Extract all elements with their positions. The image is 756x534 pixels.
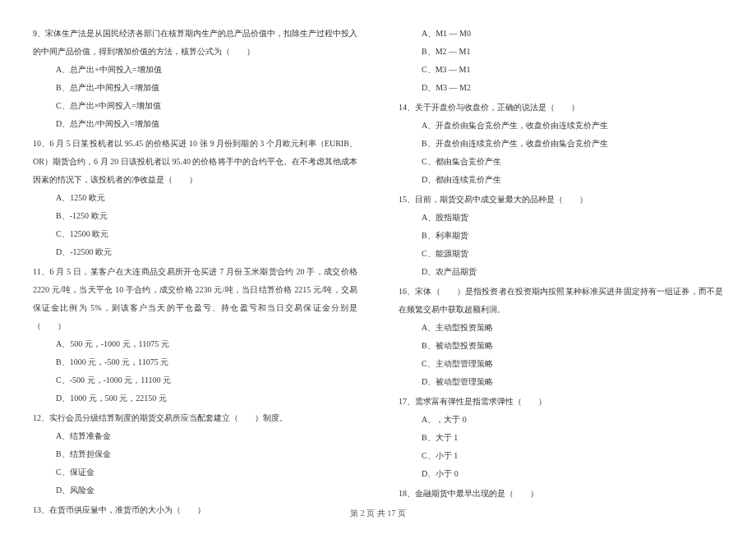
q18-text: 18、金融期货中最早出现的是（ ） bbox=[399, 485, 723, 503]
q14-option-c: C、都由集合竞价产生 bbox=[399, 153, 723, 171]
question-10: 10、6 月 5 日某投机者以 95.45 的价格买进 10 张 9 月份到期的… bbox=[33, 135, 357, 261]
q16-option-c: C、主动型管理策略 bbox=[399, 355, 723, 373]
q15-option-b: B、利率期货 bbox=[399, 227, 723, 245]
q10-option-b: B、-1250 欧元 bbox=[33, 207, 357, 225]
question-12: 12、实行会员分级结算制度的期货交易所应当配套建立（ ）制度。 A、结算准备金 … bbox=[33, 409, 357, 499]
q10-text: 10、6 月 5 日某投机者以 95.45 的价格买进 10 张 9 月份到期的… bbox=[33, 135, 357, 189]
page-footer: 第 2 页 共 17 页 bbox=[0, 508, 756, 519]
question-11: 11、6 月 5 日，某客户在大连商品交易所开仓买进 7 月份玉米期货合约 20… bbox=[33, 263, 357, 407]
q12-text: 12、实行会员分级结算制度的期货交易所应当配套建立（ ）制度。 bbox=[33, 409, 357, 427]
q16-text: 16、宋体（ ）是指投资者在投资期内按照某种标准买进并固定持有一组证券，而不是在… bbox=[399, 283, 723, 319]
q9-option-d: D、总产出/中间投入=增加值 bbox=[33, 115, 357, 133]
q13-option-a: A、M1 — M0 bbox=[399, 25, 723, 43]
q12-option-b: B、结算担保金 bbox=[33, 445, 357, 463]
q17-option-a: A、，大于 0 bbox=[399, 411, 723, 429]
q14-option-b: B、开盘价由连续竞价产生，收盘价由集合竞价产生 bbox=[399, 135, 723, 153]
q17-option-c: C、小于 1 bbox=[399, 447, 723, 465]
q11-option-a: A、500 元，-1000 元，11075 元 bbox=[33, 335, 357, 353]
q10-option-d: D、-12500 欧元 bbox=[33, 243, 357, 261]
q15-option-c: C、能源期货 bbox=[399, 245, 723, 263]
q17-text: 17、需求富有弹性是指需求弹性（ ） bbox=[399, 393, 723, 411]
left-column: 9、宋体生产法是从国民经济各部门在核算期内生产的总产品价值中，扣除生产过程中投入… bbox=[33, 25, 357, 521]
q12-option-a: A、结算准备金 bbox=[33, 427, 357, 445]
q11-text: 11、6 月 5 日，某客户在大连商品交易所开仓买进 7 月份玉米期货合约 20… bbox=[33, 263, 357, 335]
q13-option-c: C、M3 — M1 bbox=[399, 61, 723, 79]
q9-option-c: C、总产出×中间投入=增加值 bbox=[33, 97, 357, 115]
q16-option-d: D、被动型管理策略 bbox=[399, 373, 723, 391]
content-columns: 9、宋体生产法是从国民经济各部门在核算期内生产的总产品价值中，扣除生产过程中投入… bbox=[33, 25, 723, 521]
right-column: A、M1 — M0 B、M2 — M1 C、M3 — M1 D、M3 — M2 … bbox=[399, 25, 723, 521]
q17-option-d: D、小于 0 bbox=[399, 465, 723, 483]
q10-option-c: C、12500 欧元 bbox=[33, 225, 357, 243]
question-14: 14、关于开盘价与收盘价，正确的说法是（ ） A、开盘价由集合竞价产生，收盘价由… bbox=[399, 99, 723, 189]
q13-option-d: D、M3 — M2 bbox=[399, 79, 723, 97]
question-16: 16、宋体（ ）是指投资者在投资期内按照某种标准买进并固定持有一组证券，而不是在… bbox=[399, 283, 723, 391]
q14-option-d: D、都由连续竞价产生 bbox=[399, 171, 723, 189]
q16-option-a: A、主动型投资策略 bbox=[399, 319, 723, 337]
q11-option-c: C、-500 元，-1000 元，11100 元 bbox=[33, 371, 357, 389]
q9-text: 9、宋体生产法是从国民经济各部门在核算期内生产的总产品价值中，扣除生产过程中投入… bbox=[33, 25, 357, 61]
q15-option-a: A、股指期货 bbox=[399, 209, 723, 227]
q14-option-a: A、开盘价由集合竞价产生，收盘价由连续竞价产生 bbox=[399, 117, 723, 135]
question-15: 15、目前，期货交易中成交量最大的品种是（ ） A、股指期货 B、利率期货 C、… bbox=[399, 191, 723, 281]
q12-option-c: C、保证金 bbox=[33, 463, 357, 481]
q9-option-a: A、总产出+中间投入=增加值 bbox=[33, 61, 357, 79]
q15-option-d: D、农产品期货 bbox=[399, 263, 723, 281]
q14-text: 14、关于开盘价与收盘价，正确的说法是（ ） bbox=[399, 99, 723, 117]
q13-option-b: B、M2 — M1 bbox=[399, 43, 723, 61]
question-9: 9、宋体生产法是从国民经济各部门在核算期内生产的总产品价值中，扣除生产过程中投入… bbox=[33, 25, 357, 133]
q17-option-b: B、大于 1 bbox=[399, 429, 723, 447]
q9-option-b: B、总产出-中间投入=增加值 bbox=[33, 79, 357, 97]
q12-option-d: D、风险金 bbox=[33, 481, 357, 499]
q11-option-b: B、1000 元，-500 元，11075 元 bbox=[33, 353, 357, 371]
q16-option-b: B、被动型投资策略 bbox=[399, 337, 723, 355]
q11-option-d: D、1000 元，500 元，22150 元 bbox=[33, 389, 357, 407]
q10-option-a: A、1250 欧元 bbox=[33, 189, 357, 207]
question-13-options: A、M1 — M0 B、M2 — M1 C、M3 — M1 D、M3 — M2 bbox=[399, 25, 723, 97]
question-17: 17、需求富有弹性是指需求弹性（ ） A、，大于 0 B、大于 1 C、小于 1… bbox=[399, 393, 723, 483]
q15-text: 15、目前，期货交易中成交量最大的品种是（ ） bbox=[399, 191, 723, 209]
question-18: 18、金融期货中最早出现的是（ ） bbox=[399, 485, 723, 503]
